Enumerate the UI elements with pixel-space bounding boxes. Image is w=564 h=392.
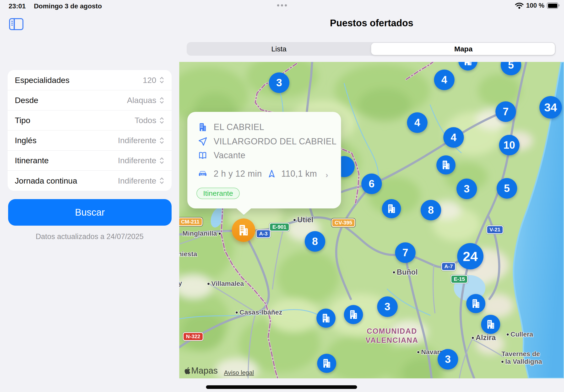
chevron-up-down-icon — [158, 177, 165, 185]
cluster-marker[interactable]: 10 — [499, 135, 520, 155]
sidebar-toggle-line — [11, 25, 13, 26]
book-icon — [197, 150, 208, 161]
filter-row-jornada[interactable]: Jornada continua Indiferente — [8, 170, 172, 191]
office-marker[interactable] — [317, 354, 336, 373]
apple-logo-icon — [183, 367, 191, 375]
chevron-up-down-icon — [158, 96, 165, 104]
filter-card: Especialidades 120 Desde Alaquas Tipo To… — [8, 70, 172, 191]
filter-label: Jornada continua — [15, 176, 77, 185]
filter-label: Desde — [15, 96, 38, 105]
wifi-icon — [515, 2, 524, 9]
car-icon — [197, 168, 208, 179]
cluster-marker[interactable]: 5 — [501, 62, 521, 75]
chevron-up-down-icon — [158, 76, 165, 84]
clock: 23:01 — [9, 2, 26, 10]
status-bar-right: 100 % — [515, 2, 558, 9]
battery-percent: 100 % — [526, 2, 544, 9]
callout-status: Vacante — [214, 150, 246, 160]
apple-maps-attribution: Mapas — [183, 366, 218, 376]
sidebar-toggle-divider — [14, 19, 15, 29]
chevron-up-down-icon — [158, 116, 165, 125]
cluster-marker[interactable]: 8 — [421, 200, 441, 220]
filter-row-especialidades[interactable]: Especialidades 120 — [8, 70, 172, 90]
cluster-marker[interactable]: 4 — [443, 127, 464, 148]
sidebar-toggle-line — [11, 21, 13, 22]
location-cursor-icon — [266, 168, 277, 179]
filter-label: Especialidades — [15, 76, 69, 85]
office-marker[interactable] — [481, 315, 500, 334]
filter-value: Todos — [135, 116, 156, 125]
tab-mapa[interactable]: Mapa — [371, 42, 556, 56]
status-bar-left: 23:01 Domingo 3 de agosto — [9, 2, 102, 10]
battery-icon — [547, 2, 558, 9]
legal-link[interactable]: Aviso legal — [224, 369, 254, 377]
filter-row-desde[interactable]: Desde Alaquas — [8, 90, 172, 110]
building-icon — [197, 122, 208, 132]
cluster-marker[interactable]: 3 — [456, 179, 477, 199]
callout-municipality: VILLARGORDO DEL CABRIEL — [214, 137, 336, 147]
chevron-right-icon[interactable]: › — [326, 170, 328, 180]
filter-value: 120 — [143, 76, 156, 85]
status-date: Domingo 3 de agosto — [34, 2, 102, 10]
cluster-marker[interactable]: 4 — [407, 112, 427, 133]
itinerante-badge: Itinerante — [196, 188, 240, 199]
sidebar-toggle-line — [11, 23, 13, 24]
cluster-marker[interactable]: 34 — [539, 96, 562, 119]
search-button[interactable]: Buscar — [8, 199, 172, 226]
cluster-marker[interactable]: 3 — [438, 349, 458, 370]
office-marker[interactable] — [436, 155, 455, 174]
office-marker[interactable] — [382, 199, 401, 218]
data-updated-note: Datos actualizados a 24/07/2025 — [0, 232, 179, 241]
cluster-marker[interactable]: 24 — [457, 243, 483, 269]
office-marker[interactable] — [316, 308, 336, 328]
tab-lista[interactable]: Lista — [187, 42, 371, 56]
cluster-marker[interactable]: 3 — [269, 72, 289, 93]
filter-value: Alaquas — [127, 96, 156, 105]
cluster-marker[interactable]: 5 — [497, 178, 517, 199]
filter-label: Tipo — [15, 116, 30, 125]
cluster-marker[interactable]: 7 — [395, 242, 416, 263]
map[interactable]: MinglanillaUtielniestayVillamaleaCasas-I… — [179, 62, 564, 378]
view-segmented-control: Lista Mapa — [187, 42, 556, 56]
map-markers-layer: 34534744106358872433 — [179, 62, 564, 378]
multitask-dots-icon[interactable] — [277, 4, 287, 6]
cluster-marker[interactable]: 8 — [305, 231, 325, 252]
office-marker[interactable] — [344, 305, 363, 324]
callout-center-name: EL CABRIEL — [214, 122, 264, 132]
filter-label: Itinerante — [15, 156, 49, 165]
job-callout[interactable]: EL CABRIEL VILLARGORDO DEL CABRIEL Vacan… — [187, 112, 341, 209]
cluster-marker[interactable]: 4 — [434, 70, 454, 90]
attribution-brand-label: Mapas — [191, 366, 218, 376]
selected-office-marker[interactable] — [232, 218, 255, 242]
chevron-up-down-icon — [158, 156, 165, 165]
cluster-marker[interactable]: 7 — [495, 101, 516, 122]
filter-label: Inglés — [15, 136, 37, 145]
callout-distance: 110,1 km — [281, 169, 317, 179]
filter-value: Indiferente — [118, 176, 156, 185]
cluster-marker[interactable]: 6 — [361, 174, 382, 194]
filter-row-ingles[interactable]: Inglés Indiferente — [8, 130, 172, 150]
navigation-arrow-icon — [197, 136, 208, 147]
callout-drive-time: 2 h y 12 min — [214, 169, 262, 179]
filter-value: Indiferente — [118, 156, 156, 165]
chevron-up-down-icon — [158, 137, 165, 145]
home-indicator[interactable] — [206, 385, 357, 389]
filter-row-itinerante[interactable]: Itinerante Indiferente — [8, 150, 172, 170]
sidebar-toggle-icon[interactable] — [9, 18, 23, 30]
cluster-marker[interactable]: 3 — [377, 296, 398, 317]
filter-value: Indiferente — [118, 136, 156, 145]
filter-row-tipo[interactable]: Tipo Todos — [8, 110, 172, 130]
page-title: Puestos ofertados — [179, 18, 564, 28]
office-marker[interactable] — [466, 294, 485, 313]
office-marker[interactable] — [458, 62, 478, 70]
